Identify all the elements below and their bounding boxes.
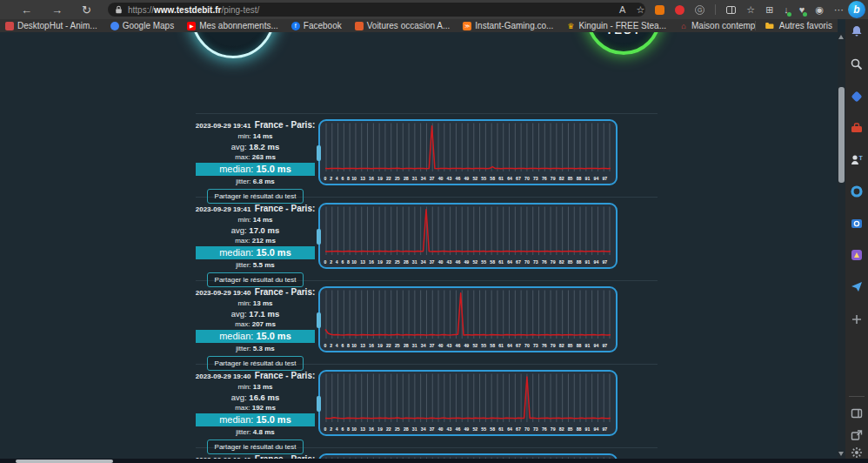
svg-text:10: 10 [351, 343, 357, 348]
svg-text:58: 58 [490, 426, 495, 432]
svg-text:40: 40 [438, 176, 444, 181]
svg-text:19: 19 [377, 426, 383, 432]
median-stat: median: 15.0 ms [196, 163, 315, 176]
svg-text:61: 61 [498, 176, 504, 181]
gauge-test-label: TEST [586, 32, 661, 37]
refresh-button[interactable]: ↻ [82, 3, 91, 17]
avg-stat: avg: 17.1 ms [231, 308, 279, 319]
open-external-icon[interactable] [850, 428, 864, 442]
svg-text:67: 67 [516, 426, 521, 432]
adblock-extension-icon[interactable] [675, 5, 684, 15]
drop-icon[interactable] [850, 279, 864, 293]
median-stat: median: 15.0 ms [196, 246, 315, 259]
scroll-up-arrow-icon[interactable] [838, 35, 844, 39]
back-button[interactable]: ← [21, 3, 32, 17]
bookmark-item[interactable]: Voitures occasion A... [355, 21, 451, 30]
svg-text:61: 61 [498, 259, 504, 265]
bookmark-label: DesktopHut - Anim... [17, 21, 97, 30]
tools-icon[interactable] [850, 121, 864, 135]
bookmark-label: Mes abonnements... [199, 21, 278, 30]
forward-button[interactable]: → [51, 3, 63, 17]
outlook-icon[interactable] [850, 217, 864, 231]
ping-result-block: 2023-09-29 19:41 France - Paris: min: 14… [196, 197, 658, 280]
result-header: 2023-09-29 19:40 France - Paris: [196, 285, 316, 299]
bookmark-item[interactable]: ▶Mes abonnements... [187, 21, 278, 30]
svg-text:22: 22 [386, 343, 391, 348]
browser-essentials-icon[interactable]: ♥ [799, 5, 805, 15]
svg-text:58: 58 [490, 176, 495, 181]
svg-text:76: 76 [542, 426, 547, 432]
translator-icon[interactable]: T [850, 153, 864, 167]
taskbar-peek [16, 460, 113, 463]
bookmark-item[interactable]: ≫Instant-Gaming.co... [463, 21, 553, 30]
extension-link-icon[interactable] [655, 5, 664, 15]
svg-text:31: 31 [412, 259, 417, 265]
add-sidebar-item-icon[interactable] [850, 312, 864, 326]
downloads-icon[interactable]: ↓ [784, 5, 789, 15]
svg-text:4: 4 [336, 343, 338, 348]
svg-text:37: 37 [430, 176, 435, 181]
svg-text:16: 16 [369, 176, 374, 181]
chart-handle[interactable] [317, 312, 321, 328]
svg-text:13: 13 [360, 176, 365, 181]
svg-text:0: 0 [324, 343, 327, 348]
badge-dot [787, 12, 791, 17]
svg-text:34: 34 [421, 176, 426, 181]
notifications-bell-icon[interactable] [850, 24, 864, 38]
add-favorite-star-icon[interactable]: ☆ [636, 5, 644, 15]
bookmark-item[interactable]: Google Maps [110, 21, 174, 30]
bookmark-item[interactable]: DesktopHut - Anim... [5, 21, 97, 30]
ping-result-block: 2023-09-29 19:40 France - Paris: min: 13… [196, 280, 658, 364]
svg-text:13: 13 [360, 343, 365, 348]
address-bar[interactable]: https://www.testdebit.fr/ping-test/ [108, 3, 645, 17]
bookmark-favicon-icon: ⌂ [679, 22, 688, 30]
profile-globe-icon[interactable]: ◉ [815, 5, 824, 15]
min-stat: min: 14 ms [237, 131, 272, 141]
bookmark-label: Google Maps [123, 21, 174, 30]
svg-text:46: 46 [456, 176, 461, 181]
page-scrollbar[interactable] [838, 32, 845, 459]
bing-copilot-icon[interactable]: b [848, 1, 865, 18]
svg-text:37: 37 [430, 343, 435, 348]
chart-handle[interactable] [317, 145, 321, 161]
favorites-icon[interactable]: ☆ [746, 5, 755, 15]
image-creator-icon[interactable] [850, 248, 864, 262]
svg-text:46: 46 [456, 259, 461, 265]
max-stat: max: 212 ms [235, 236, 276, 245]
chart-handle[interactable] [317, 229, 321, 245]
toolbar-right-icons: A☆G☆⊞↓♥◉⋯ [619, 0, 844, 19]
svg-text:46: 46 [456, 426, 461, 432]
svg-text:67: 67 [516, 176, 521, 181]
svg-text:97: 97 [602, 176, 607, 181]
more-menu-icon[interactable]: ⋯ [834, 5, 844, 15]
svg-text:82: 82 [559, 176, 564, 181]
bookmark-item[interactable]: fFacebook [291, 21, 342, 30]
svg-text:52: 52 [472, 343, 477, 348]
games-icon[interactable] [850, 185, 864, 198]
svg-text:55: 55 [481, 426, 486, 432]
scrollbar-thumb[interactable] [838, 87, 845, 183]
svg-text:91: 91 [585, 259, 591, 265]
split-screen-icon[interactable] [726, 6, 736, 14]
bookmark-favicon-icon: ♛ [566, 22, 575, 30]
extension-g-icon[interactable]: G [695, 5, 704, 15]
svg-text:25: 25 [395, 343, 400, 348]
min-stat: min: 13 ms [237, 299, 272, 308]
search-icon[interactable] [850, 57, 864, 71]
chart-handle[interactable] [317, 396, 321, 412]
read-aloud-icon[interactable]: A [619, 5, 625, 15]
bookmark-item[interactable]: ⌂Maison contempor... [679, 21, 755, 30]
max-stat: max: 192 ms [235, 403, 276, 413]
bookmark-item[interactable]: ♛Kinguin - FREE Stea... [566, 21, 666, 30]
svg-text:0: 0 [324, 259, 327, 265]
scroll-down-arrow-icon[interactable] [838, 452, 844, 456]
svg-text:79: 79 [551, 176, 556, 181]
collections-icon[interactable]: ⊞ [765, 5, 773, 15]
svg-text:91: 91 [585, 343, 591, 348]
svg-text:91: 91 [585, 426, 591, 432]
other-favorites-button[interactable]: Autres favoris [755, 21, 832, 30]
sidebar-settings-gear-icon[interactable] [850, 446, 864, 460]
shopping-tag-icon[interactable] [850, 90, 864, 104]
sidebar-panel-icon[interactable] [850, 406, 864, 420]
svg-text:40: 40 [438, 259, 444, 265]
